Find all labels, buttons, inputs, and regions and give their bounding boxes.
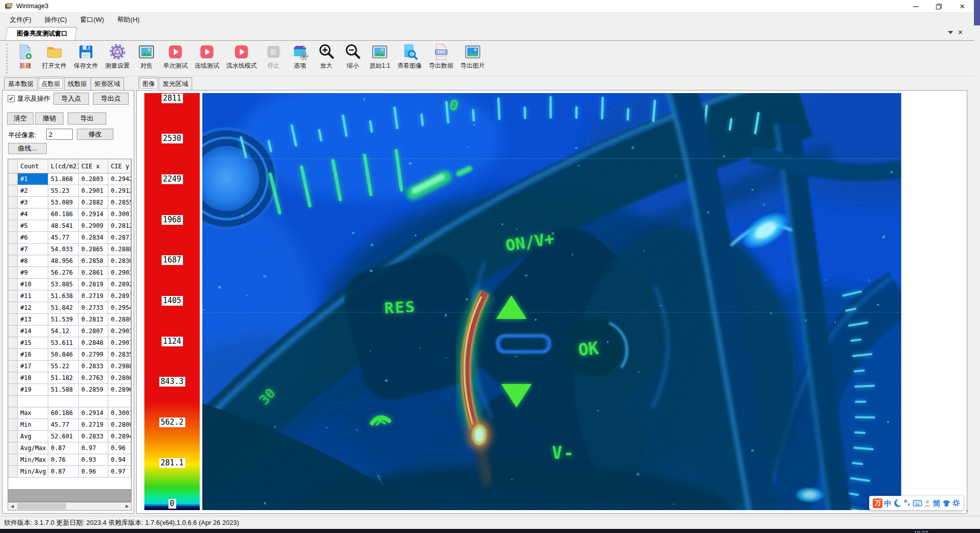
table-cell[interactable] xyxy=(8,314,18,325)
table-cell[interactable] xyxy=(79,396,108,407)
tab-image[interactable]: 图像 xyxy=(138,77,159,90)
table-cell[interactable]: 0.2882 xyxy=(79,197,108,209)
table-row[interactable]: Min45.770.27190.2808 xyxy=(8,419,131,431)
tab-line-data[interactable]: 线数据 xyxy=(64,77,91,91)
table-cell[interactable]: 60.186 xyxy=(48,209,79,220)
table-cell[interactable]: #13 xyxy=(18,314,48,325)
table-cell[interactable]: 0.97 xyxy=(79,442,108,454)
export-points-button[interactable]: 导出点 xyxy=(93,93,129,105)
export-data-button[interactable]: TXT 导出数据 xyxy=(425,42,457,75)
ime-toolbar[interactable]: 万 中 简 xyxy=(869,496,964,510)
single-test-button[interactable]: 单次测试 xyxy=(160,42,191,75)
stop-button[interactable]: 停止 xyxy=(260,42,287,75)
measure-settings-button[interactable]: 测量设置 xyxy=(102,42,133,75)
table-cell[interactable] xyxy=(8,372,18,384)
menu-window[interactable]: 窗口(W) xyxy=(74,13,111,26)
table-row[interactable]: #1553.6110.28480.2907 xyxy=(8,337,131,349)
table-cell[interactable]: 0.96 xyxy=(79,466,108,478)
table-cell[interactable]: 0.2954 xyxy=(108,302,131,314)
table-cell[interactable]: #16 xyxy=(18,349,48,361)
table-cell[interactable]: 51.539 xyxy=(48,314,79,325)
table-row[interactable]: #1755.220.28330.2988 xyxy=(8,361,131,372)
table-cell[interactable] xyxy=(8,255,18,267)
table-cell[interactable]: 0.2988 xyxy=(108,361,131,372)
table-cell[interactable] xyxy=(8,337,18,349)
table-cell[interactable] xyxy=(8,220,18,232)
table-row[interactable]: Max60.1860.29140.3001 xyxy=(8,407,131,419)
table-cell[interactable]: #10 xyxy=(18,279,48,290)
focus-button[interactable]: 对焦 xyxy=(133,42,160,75)
table-cell[interactable]: 45.77 xyxy=(48,419,79,431)
table-cell[interactable]: 0.93 xyxy=(79,454,108,466)
table-cell[interactable] xyxy=(108,396,131,407)
zoom-in-button[interactable]: 放大 xyxy=(313,42,340,75)
menu-file[interactable]: 文件(F) xyxy=(3,13,38,26)
table-horizontal-scrollbar[interactable]: ◀ ▶ xyxy=(8,502,132,511)
table-row[interactable]: #353.0890.28820.2855 xyxy=(8,197,131,209)
table-row[interactable]: #1650.8460.27990.2835 xyxy=(8,349,131,361)
close-button[interactable]: × xyxy=(951,0,974,13)
original-1-1-button[interactable]: 原始1:1 xyxy=(366,42,394,75)
table-cell[interactable]: 0.2799 xyxy=(79,349,108,361)
table-cell[interactable]: 0.3001 xyxy=(108,407,131,419)
table-cell[interactable]: 0.2808 xyxy=(108,419,131,431)
table-cell[interactable]: 51.588 xyxy=(48,384,79,396)
table-cell[interactable]: 0.2858 xyxy=(79,255,108,267)
table-cell[interactable] xyxy=(8,407,18,419)
table-cell[interactable]: 52.601 xyxy=(48,431,79,442)
table-cell[interactable]: 0.87 xyxy=(48,466,79,478)
table-cell[interactable]: 0.2808 xyxy=(108,372,131,384)
table-cell[interactable]: 0.96 xyxy=(108,442,131,454)
table-row[interactable]: #1251.8420.27330.2954 xyxy=(8,302,131,314)
export-button[interactable]: 导出 xyxy=(68,112,106,125)
table-cell[interactable]: 0.2909 xyxy=(79,220,108,232)
table-cell[interactable] xyxy=(8,302,18,314)
table-cell[interactable] xyxy=(48,396,79,407)
save-file-button[interactable]: 保存文件 xyxy=(70,42,102,75)
table-cell[interactable]: 0.2833 xyxy=(79,361,108,372)
table-row[interactable]: #1053.8850.28190.2892 xyxy=(8,279,131,290)
column-header[interactable]: L(cd/m2) xyxy=(48,159,79,173)
table-cell[interactable] xyxy=(8,466,18,478)
table-cell[interactable]: 53.611 xyxy=(48,337,79,349)
column-header[interactable] xyxy=(8,159,18,173)
table-cell[interactable]: 0.2907 xyxy=(108,337,131,349)
table-cell[interactable]: 0.2903 xyxy=(108,325,131,337)
table-cell[interactable]: #5 xyxy=(18,220,48,232)
table-cell[interactable]: 0.2833 xyxy=(79,431,108,442)
ime-chinese-mode-icon[interactable]: 中 xyxy=(884,499,892,507)
table-cell[interactable]: 56.276 xyxy=(48,267,79,279)
table-cell[interactable]: 0.2834 xyxy=(79,232,108,244)
table-cell[interactable] xyxy=(8,209,18,220)
tab-rect-region[interactable]: 矩形区域 xyxy=(90,77,124,91)
import-points-button[interactable]: 导入点 xyxy=(53,93,89,105)
table-cell[interactable]: 0.97 xyxy=(108,466,131,478)
menu-help[interactable]: 帮助(H) xyxy=(111,13,146,26)
table-cell[interactable]: 0.2807 xyxy=(79,325,108,337)
table-cell[interactable]: Min/Avg xyxy=(18,466,48,478)
table-row[interactable]: #956.2760.28610.2903 xyxy=(8,267,131,279)
table-cell[interactable]: #12 xyxy=(18,302,48,314)
table-cell[interactable] xyxy=(8,384,18,396)
table-row[interactable]: Avg/Max0.870.970.96 xyxy=(8,442,131,454)
table-cell[interactable] xyxy=(8,454,18,466)
ime-logo-icon[interactable]: 万 xyxy=(873,498,882,508)
table-cell[interactable]: 0.2719 xyxy=(79,419,108,431)
table-cell[interactable] xyxy=(8,185,18,197)
table-cell[interactable]: #19 xyxy=(18,384,48,396)
table-cell[interactable]: #15 xyxy=(18,337,48,349)
table-cell[interactable]: 51.842 xyxy=(48,302,79,314)
scroll-left-arrow[interactable]: ◀ xyxy=(8,502,16,510)
table-cell[interactable] xyxy=(8,349,18,361)
table-cell[interactable]: 0.2719 xyxy=(79,290,108,302)
table-cell[interactable]: #3 xyxy=(18,197,48,209)
continuous-test-button[interactable]: 连续测试 xyxy=(191,42,223,75)
table-cell[interactable] xyxy=(8,442,18,454)
tab-list-dropdown-icon[interactable] xyxy=(948,31,953,35)
table-row[interactable]: #1351.5390.28130.2889 xyxy=(8,314,131,325)
table-cell[interactable]: Avg/Max xyxy=(18,442,48,454)
table-cell[interactable]: 0.2855 xyxy=(108,197,131,209)
table-cell[interactable]: 60.186 xyxy=(48,407,79,419)
table-cell[interactable] xyxy=(8,173,18,185)
table-cell[interactable]: 0.2896 xyxy=(108,384,131,396)
